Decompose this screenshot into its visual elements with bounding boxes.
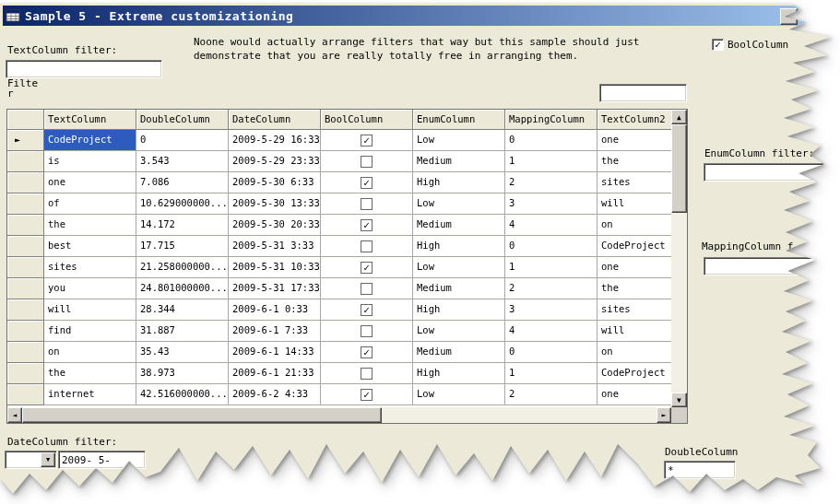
grid-cell[interactable]: 2009-6-1 21:33	[229, 363, 321, 384]
grid-cell[interactable]: will	[44, 299, 136, 321]
grid-cell[interactable]: one	[597, 384, 671, 405]
checkbox-checked-icon[interactable]: ✓	[361, 219, 373, 231]
scroll-down-icon[interactable]: ▼	[671, 393, 687, 407]
scroll-left-icon[interactable]: ◄	[7, 407, 22, 423]
grid-cell[interactable]: 3	[505, 193, 597, 215]
grid-cell[interactable]: of	[44, 193, 136, 215]
vscroll-thumb[interactable]	[671, 124, 687, 213]
grid-cell[interactable]: 31.887	[136, 321, 229, 342]
mappingcolumn-filter-input[interactable]	[704, 257, 840, 275]
grid-cell[interactable]: sites	[44, 257, 136, 278]
row-header[interactable]	[7, 236, 44, 257]
grid-cell[interactable]: 2009-5-30 6:33	[229, 172, 321, 193]
grid-cell[interactable]: on	[597, 215, 671, 236]
grid-cell[interactable]: Medium	[413, 215, 505, 236]
grid-cell[interactable]: Low	[413, 130, 505, 151]
horizontal-scrollbar[interactable]: ◄ ►	[7, 407, 671, 423]
grid-cell[interactable]: the	[597, 278, 671, 299]
row-header[interactable]	[7, 363, 44, 384]
row-header[interactable]	[7, 342, 44, 363]
scroll-right-icon[interactable]: ►	[657, 407, 671, 423]
grid-cell[interactable]: CodeProject	[44, 130, 136, 151]
grid-cell[interactable]: ✓	[321, 215, 413, 236]
row-header[interactable]	[7, 278, 44, 299]
grid-cell[interactable]: 2	[505, 384, 597, 405]
grid-cell[interactable]: Low	[413, 257, 505, 278]
grid-cell[interactable]: 14.172	[136, 215, 229, 236]
grid-cell[interactable]: one	[597, 257, 671, 278]
grid-cell[interactable]: Low	[413, 193, 505, 215]
grid-cell[interactable]: 2009-5-31 3:33	[229, 236, 321, 257]
row-header[interactable]	[7, 384, 44, 405]
grid-cell[interactable]: 2009-5-30 13:33	[229, 193, 321, 215]
grid-cell[interactable]: 2009-5-30 20:33	[229, 215, 321, 236]
grid-cell[interactable]: ✓	[321, 257, 413, 278]
row-header[interactable]	[7, 193, 44, 215]
checkbox-checked-icon[interactable]: ✓	[361, 177, 373, 189]
checkbox-unchecked-icon[interactable]	[361, 198, 373, 210]
grid-cell[interactable]: High	[413, 299, 505, 321]
enumcolumn-filter-input[interactable]	[704, 163, 840, 182]
grid-cell[interactable]: ✓	[321, 342, 413, 363]
grid-cell[interactable]: 35.43	[136, 342, 229, 363]
grid-cell[interactable]: 3.543	[136, 151, 229, 172]
checkbox-unchecked-icon[interactable]	[361, 325, 373, 337]
minimize-button[interactable]	[780, 8, 798, 25]
column-header-textcolumn2[interactable]: TextColumn2	[597, 110, 671, 130]
checkbox-unchecked-icon[interactable]	[361, 368, 373, 380]
grid-cell[interactable]: one	[44, 172, 136, 193]
column-header-textcolumn[interactable]: TextColumn	[44, 110, 136, 130]
grid-cell[interactable]: sites	[597, 299, 671, 321]
top-right-filter-input[interactable]	[599, 84, 687, 102]
grid-cell[interactable]: CodeProject	[597, 236, 671, 257]
grid-cell[interactable]: 3	[505, 299, 597, 321]
grid-cell[interactable]: 2	[505, 278, 597, 299]
column-header-boolcolumn[interactable]: BoolColumn	[321, 110, 413, 130]
grid-cell[interactable]: 1	[505, 257, 597, 278]
grid-cell[interactable]: one	[597, 130, 671, 151]
column-header-enumcolumn[interactable]: EnumColumn	[413, 110, 505, 130]
row-header[interactable]	[7, 257, 44, 278]
row-header[interactable]	[7, 172, 44, 193]
grid-cell[interactable]: 1	[505, 363, 597, 384]
grid-cell[interactable]: ✓	[321, 299, 413, 321]
checkbox-checked-icon[interactable]: ✓	[361, 304, 373, 316]
dropdown-button[interactable]: ▼	[41, 452, 55, 467]
grid-cell[interactable]	[321, 363, 413, 384]
grid-cell[interactable]	[321, 236, 413, 257]
grid-cell[interactable]: High	[413, 172, 505, 193]
boolcolumn-filter-checkbox[interactable]: ✓ BoolColumn	[712, 39, 788, 51]
grid-cell[interactable]: 2009-6-1 7:33	[229, 321, 321, 342]
grid-cell[interactable]: the	[44, 215, 136, 236]
grid-cell[interactable]: 2009-5-31 10:33	[229, 257, 321, 278]
grid-cell[interactable]: 38.973	[136, 363, 229, 384]
grid-cell[interactable]: is	[44, 151, 136, 172]
grid-cell[interactable]: 2009-5-31 17:33	[229, 278, 321, 299]
grid-cell[interactable]: 4	[505, 321, 597, 342]
grid-cell[interactable]: internet	[44, 384, 136, 405]
row-header[interactable]	[7, 151, 44, 172]
grid-cell[interactable]: ✓	[321, 130, 413, 151]
grid-cell[interactable]: will	[597, 193, 671, 215]
checkbox-checked-icon[interactable]: ✓	[361, 389, 373, 401]
row-header[interactable]	[7, 299, 44, 321]
grid-cell[interactable]: 0	[136, 130, 229, 151]
doublecolumn-filter-input[interactable]	[664, 461, 736, 479]
title-bar[interactable]: Sample 5 - Extreme customizationing	[3, 6, 807, 26]
checkbox-unchecked-icon[interactable]	[361, 156, 373, 168]
grid-cell[interactable]	[321, 321, 413, 342]
grid-cell[interactable]: the	[597, 151, 671, 172]
grid-cell[interactable]: 7.086	[136, 172, 229, 193]
checkbox-checked-icon[interactable]: ✓	[361, 262, 373, 274]
grid-cell[interactable]: will	[597, 321, 671, 342]
datecolumn-date-input[interactable]	[58, 451, 146, 469]
grid-cell[interactable]: you	[44, 278, 136, 299]
grid-cell[interactable]	[321, 151, 413, 172]
checkbox-unchecked-icon[interactable]	[361, 240, 373, 252]
grid-cell[interactable]: 2009-5-29 23:33	[229, 151, 321, 172]
grid-cell[interactable]	[321, 278, 413, 299]
grid-cell[interactable]: sites	[597, 172, 671, 193]
grid-cell[interactable]: on	[597, 342, 671, 363]
grid-cell[interactable]: Low	[413, 321, 505, 342]
row-header[interactable]	[7, 321, 44, 342]
